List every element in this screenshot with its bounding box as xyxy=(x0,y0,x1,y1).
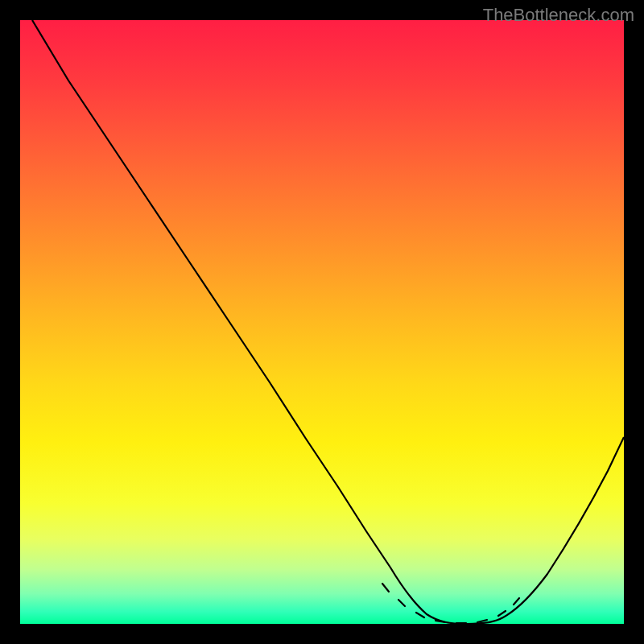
svg-line-2 xyxy=(416,613,424,617)
svg-line-6 xyxy=(498,611,506,616)
bottleneck-curve-path xyxy=(32,20,624,624)
svg-line-1 xyxy=(398,600,405,606)
svg-line-7 xyxy=(514,598,519,605)
highlight-dashes xyxy=(382,584,519,623)
svg-line-0 xyxy=(382,584,389,592)
chart-plot-area xyxy=(20,20,624,624)
watermark-text: TheBottleneck.com xyxy=(483,5,634,26)
chart-svg xyxy=(20,20,624,624)
